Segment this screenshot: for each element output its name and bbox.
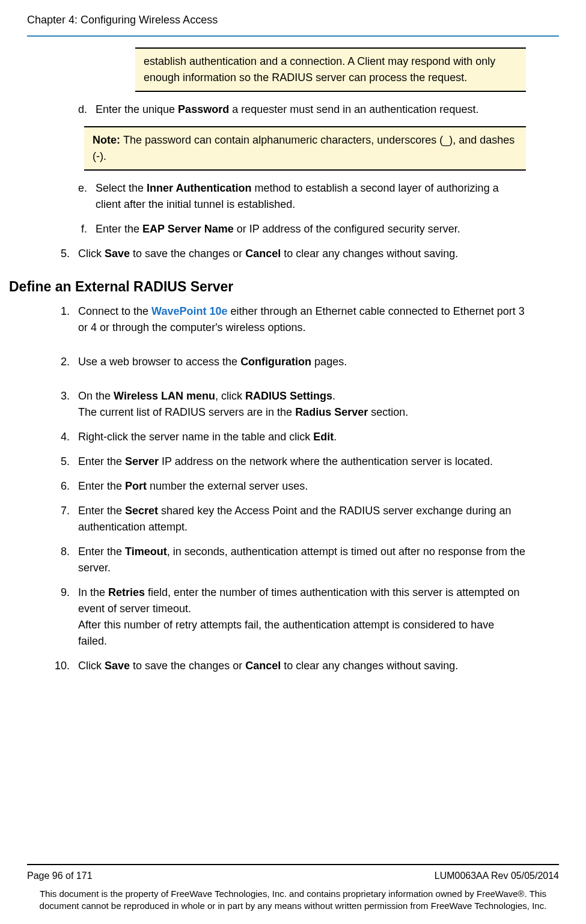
ext-step-5: 5. Enter the Server IP address on the ne… <box>36 454 526 470</box>
ext-step-3: 3. On the Wireless LAN menu, click RADIU… <box>36 388 526 421</box>
text: Select the <box>96 182 147 194</box>
substeps-letter-list: d. Enter the unique Password a requester… <box>70 102 526 118</box>
substep-d: d. Enter the unique Password a requester… <box>70 102 526 118</box>
text: a requester must send in an authenticati… <box>229 103 478 115</box>
substeps-letter-list: e. Select the Inner Authentication metho… <box>70 180 526 237</box>
text: Enter the <box>78 480 125 492</box>
bold-term: Server <box>125 455 159 467</box>
text: Enter the unique <box>96 103 178 115</box>
list-marker: 4. <box>36 429 78 445</box>
continuation-note: establish authentication and a connectio… <box>135 47 526 92</box>
bold-term: Cancel <box>245 248 281 260</box>
text: section. <box>368 406 408 418</box>
ext-step-10: 10. Click Save to save the changes or Ca… <box>36 658 526 674</box>
bold-term: Port <box>125 480 147 492</box>
step-5: 5. Click Save to save the changes or Can… <box>36 246 526 262</box>
text: , click <box>215 390 245 402</box>
text: Click <box>78 660 105 672</box>
text: to save the changes or <box>130 248 245 260</box>
ext-step-4: 4. Right-click the server name in the ta… <box>36 429 526 445</box>
text: . <box>332 390 335 402</box>
ext-step-6: 6. Enter the Port number the external se… <box>36 478 526 494</box>
list-marker: 3. <box>36 388 78 421</box>
wavepoint-link[interactable]: WavePoint 10e <box>151 305 227 317</box>
bold-term: Password <box>178 103 229 115</box>
list-marker: 7. <box>36 503 78 535</box>
password-note: Note: The password can contain alphanume… <box>84 126 526 171</box>
list-marker: 2. <box>36 354 78 370</box>
text: On the <box>78 390 114 402</box>
list-marker: 1. <box>36 303 78 336</box>
text: Connect to the <box>78 305 151 317</box>
list-marker: 5. <box>36 246 78 262</box>
ext-step-8: 8. Enter the Timeout, in seconds, authen… <box>36 544 526 576</box>
bold-term: Cancel <box>245 660 281 672</box>
text: Enter the <box>78 505 125 517</box>
text: Right-click the server name in the table… <box>78 431 313 443</box>
bold-term: EAP Server Name <box>142 223 234 235</box>
ext-step-1: 1. Connect to the WavePoint 10e either t… <box>36 303 526 336</box>
legal-notice: This document is the property of FreeWav… <box>27 888 559 913</box>
text: Use a web browser to access the <box>78 356 240 368</box>
list-marker: 6. <box>36 478 78 494</box>
text: Enter the <box>78 546 125 558</box>
list-marker: 9. <box>36 585 78 649</box>
footer-rule <box>27 864 559 865</box>
list-marker: f. <box>70 221 96 237</box>
doc-reference: LUM0063AA Rev 05/05/2014 <box>435 869 559 883</box>
text: In the <box>78 586 108 598</box>
page-footer: Page 96 of 171 LUM0063AA Rev 05/05/2014 … <box>27 864 559 913</box>
bold-term: Save <box>105 660 130 672</box>
section-title: Define an External RADIUS Server <box>9 276 559 297</box>
chapter-header: Chapter 4: Configuring Wireless Access <box>27 12 559 32</box>
substep-f: f. Enter the EAP Server Name or IP addre… <box>70 221 526 237</box>
note-text: establish authentication and a connectio… <box>144 55 495 84</box>
text: number the external server uses. <box>147 480 308 492</box>
list-marker: d. <box>70 102 96 118</box>
list-marker: 8. <box>36 544 78 576</box>
note-label: Note: <box>93 134 123 146</box>
note-text: The password can contain alphanumeric ch… <box>93 134 514 162</box>
text: or IP address of the configured security… <box>234 223 460 235</box>
steps-list: 5. Click Save to save the changes or Can… <box>36 246 526 262</box>
bold-term: Timeout <box>125 546 167 558</box>
bold-term: Configuration <box>240 356 311 368</box>
ext-step-7: 7. Enter the Secret shared key the Acces… <box>36 503 526 535</box>
text: Enter the <box>78 455 125 467</box>
text: IP address on the network where the auth… <box>159 455 493 467</box>
substep-e: e. Select the Inner Authentication metho… <box>70 180 526 213</box>
list-marker: e. <box>70 180 96 213</box>
bold-term: Wireless LAN menu <box>114 390 215 402</box>
bold-term: Edit <box>313 431 334 443</box>
list-marker: 5. <box>36 454 78 470</box>
text: to clear any changes without saving. <box>281 660 458 672</box>
text: . <box>334 431 337 443</box>
text: Click <box>78 248 105 260</box>
external-radius-steps: 1. Connect to the WavePoint 10e either t… <box>36 303 526 674</box>
text: Enter the <box>96 223 142 235</box>
list-marker: 10. <box>36 658 78 674</box>
text: to clear any changes without saving. <box>281 248 458 260</box>
bold-term: Radius Server <box>295 406 368 418</box>
bold-term: Inner Authentication <box>147 182 251 194</box>
header-rule <box>27 35 559 37</box>
ext-step-2: 2. Use a web browser to access the Confi… <box>36 354 526 370</box>
page-number: Page 96 of 171 <box>27 869 93 883</box>
text: field, enter the number of times authent… <box>78 586 519 615</box>
bold-term: Save <box>105 248 130 260</box>
text: After this number of retry attempts fail… <box>78 619 494 647</box>
bold-term: Retries <box>108 586 145 598</box>
text: The current list of RADIUS servers are i… <box>78 406 295 418</box>
text: to save the changes or <box>130 660 245 672</box>
ext-step-9: 9. In the Retries field, enter the numbe… <box>36 585 526 649</box>
bold-term: Secret <box>125 505 158 517</box>
bold-term: RADIUS Settings <box>245 390 332 402</box>
text: pages. <box>311 356 347 368</box>
